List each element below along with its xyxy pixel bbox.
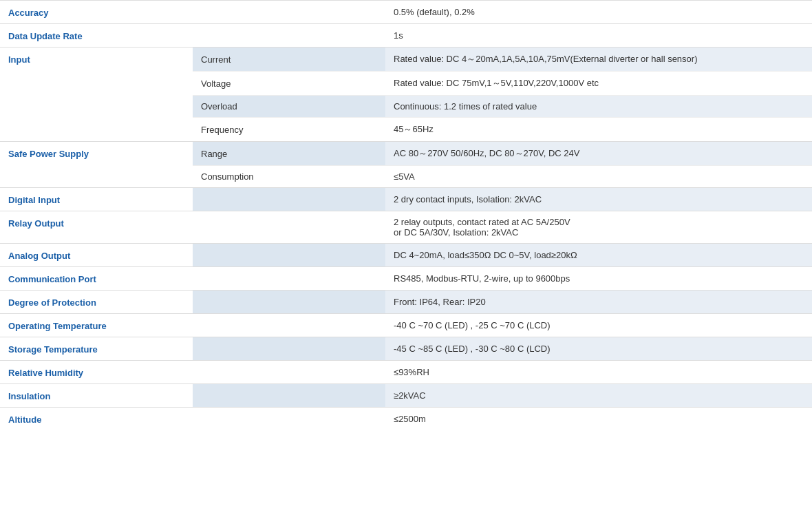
row-label: Insulation [0,384,193,408]
row-mid [193,267,385,291]
row-value: ≤93%RH [385,361,812,384]
table-row: Operating Temperature -40 C ~70 C (LED) … [0,314,812,337]
row-mid: Consumption [193,166,385,188]
row-value: 1s [385,24,812,48]
row-mid: Overload [193,96,385,118]
table-row: Insulation ≥2kVAC [0,384,812,408]
row-mid [193,408,385,431]
row-label: Altitude [0,408,193,431]
table-row: Analog Output DC 4~20mA, load≤350Ω DC 0~… [0,244,812,267]
row-mid: Voltage [193,72,385,96]
row-label: Operating Temperature [0,314,193,337]
row-value: 2 relay outputs, contact rated at AC 5A/… [385,211,812,244]
row-mid [193,1,385,24]
row-value: Front: IP64, Rear: IP20 [385,291,812,314]
row-mid [193,384,385,408]
row-label: Relative Humidity [0,361,193,384]
row-mid [193,188,385,211]
table-row: Altitude ≤2500m [0,408,812,431]
row-label: Digital Input [0,188,193,211]
table-row: Storage Temperature -45 C ~85 C (LED) , … [0,337,812,361]
row-value: AC 80～270V 50/60Hz, DC 80～270V, DC 24V [385,142,812,166]
row-value: ≥2kVAC [385,384,812,408]
row-mid: Frequency [193,118,385,142]
spec-table: Accuracy 0.5% (default), 0.2% Data Updat… [0,0,812,430]
row-value: Rated value: DC 75mV,1～5V,110V,220V,1000… [385,72,812,96]
row-value: DC 4~20mA, load≤350Ω DC 0~5V, load≥20kΩ [385,244,812,267]
table-row: Digital Input 2 dry contact inputs, Isol… [0,188,812,211]
table-row: Input Current Rated value: DC 4～20mA,1A,… [0,48,812,72]
row-value: 0.5% (default), 0.2% [385,1,812,24]
row-label: Relay Output [0,211,193,244]
row-mid: Range [193,142,385,166]
row-label: Analog Output [0,244,193,267]
row-mid [193,211,385,244]
row-mid [193,361,385,384]
table-row: Accuracy 0.5% (default), 0.2% [0,1,812,24]
row-label: Data Update Rate [0,24,193,48]
row-label: Accuracy [0,1,193,24]
row-label: Storage Temperature [0,337,193,361]
row-value: -40 C ~70 C (LED) , -25 C ~70 C (LCD) [385,314,812,337]
row-label: Safe Power Supply [0,142,193,188]
row-label: Communication Port [0,267,193,291]
table-row: Safe Power Supply Range AC 80～270V 50/60… [0,142,812,166]
table-row: Relay Output 2 relay outputs, contact ra… [0,211,812,244]
row-mid [193,337,385,361]
row-mid [193,24,385,48]
row-value: Rated value: DC 4～20mA,1A,5A,10A,75mV(Ex… [385,48,812,72]
row-value: 45～65Hz [385,118,812,142]
row-value: Continuous: 1.2 times of rated value [385,96,812,118]
table-row: Relative Humidity ≤93%RH [0,361,812,384]
row-value: 2 dry contact inputs, Isolation: 2kVAC [385,188,812,211]
row-mid: Current [193,48,385,72]
row-mid [193,244,385,267]
row-value: RS485, Modbus-RTU, 2-wire, up to 9600bps [385,267,812,291]
row-mid [193,291,385,314]
row-value: ≤2500m [385,408,812,431]
table-row: Data Update Rate 1s [0,24,812,48]
row-value: -45 C ~85 C (LED) , -30 C ~80 C (LCD) [385,337,812,361]
table-row: Degree of Protection Front: IP64, Rear: … [0,291,812,314]
row-label: Degree of Protection [0,291,193,314]
row-label: Input [0,48,193,142]
row-value: ≤5VA [385,166,812,188]
row-mid [193,314,385,337]
table-row: Communication Port RS485, Modbus-RTU, 2-… [0,267,812,291]
